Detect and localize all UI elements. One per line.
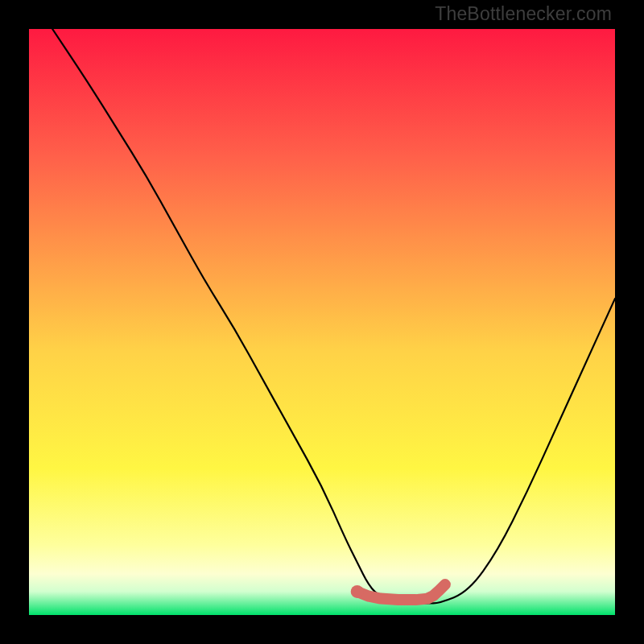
watermark: TheBottlenecker.com [435, 3, 612, 25]
plot-area [29, 29, 615, 615]
gradient-background [29, 29, 615, 615]
chart-frame: TheBottlenecker.com [0, 0, 644, 644]
chart-svg [29, 29, 615, 615]
highlight-dot [351, 585, 364, 598]
